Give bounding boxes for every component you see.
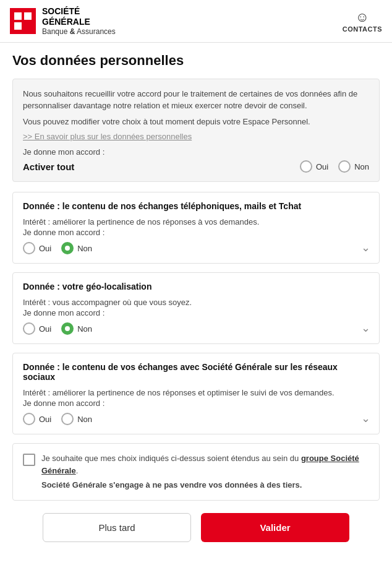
- section-0-oui[interactable]: Oui: [23, 242, 51, 254]
- section-0-non[interactable]: Non: [61, 242, 92, 254]
- activate-all-label: Activer tout: [23, 162, 74, 172]
- section-1-non-label: Non: [77, 324, 92, 334]
- activate-all-non-label: Non: [354, 162, 369, 171]
- info-box: Nous souhaitons recueillir votre accord …: [12, 79, 380, 183]
- svg-rect-2: [24, 12, 32, 20]
- section-2-oui[interactable]: Oui: [23, 413, 51, 425]
- svg-rect-3: [14, 22, 22, 30]
- contacts-button[interactable]: ☺ CONTACTS: [343, 9, 382, 33]
- activate-all-oui-radio[interactable]: [300, 160, 312, 173]
- logo-area: SOCIÉTÉGÉNÉRALE Banque & Assurances: [10, 6, 116, 36]
- section-1-non-radio[interactable]: [61, 322, 74, 335]
- info-text-2: Vous pouvez modifier votre choix à tout …: [23, 116, 369, 128]
- section-1-oui-label: Oui: [39, 324, 51, 334]
- logo-text-area: SOCIÉTÉGÉNÉRALE Banque & Assurances: [42, 6, 116, 36]
- section-0-chevron-icon[interactable]: ⌄: [361, 241, 370, 254]
- svg-rect-1: [14, 12, 22, 20]
- section-2-oui-radio[interactable]: [23, 413, 35, 425]
- contacts-icon: ☺: [356, 9, 369, 25]
- accord-label-header: Je donne mon accord :: [23, 147, 369, 157]
- section-0-non-radio[interactable]: [61, 242, 74, 254]
- section-interest-2: Intérêt : améliorer la pertinence de nos…: [23, 388, 369, 397]
- bottom-text-part2: .: [76, 466, 79, 475]
- section-card-1: Donnée : votre géo-localisation Intérêt …: [12, 272, 380, 344]
- activate-all-radio-group: Oui Non: [300, 160, 369, 173]
- activate-all-non-radio[interactable]: [338, 160, 351, 173]
- section-accord-2: Je donne mon accord :: [23, 399, 369, 408]
- bottom-checkbox-section: Je souhaite que mes choix indiqués ci-de…: [12, 443, 380, 501]
- section-title-2: Donnée : le contenu de vos échanges avec…: [23, 362, 369, 382]
- page-content: Vos données personnelles Nous souhaitons…: [0, 43, 392, 564]
- section-1-radio-group: Oui Non: [23, 322, 369, 335]
- bank-tagline: Banque & Assurances: [42, 27, 116, 36]
- page-title: Vos données personnelles: [12, 53, 380, 69]
- activate-all-oui-label: Oui: [316, 162, 328, 171]
- bottom-text: Je souhaite que mes choix indiqués ci-de…: [41, 452, 369, 491]
- extend-choices-checkbox[interactable]: [23, 454, 35, 466]
- section-0-oui-radio[interactable]: [23, 242, 35, 254]
- section-title-1: Donnée : votre géo-localisation: [23, 282, 369, 291]
- section-2-non-radio[interactable]: [61, 413, 74, 425]
- section-0-oui-label: Oui: [39, 244, 51, 253]
- section-card-2: Donnée : le contenu de vos échanges avec…: [12, 353, 380, 434]
- bottom-text-bold: Société Générale s'engage à ne pas vendr…: [41, 479, 369, 491]
- section-1-oui[interactable]: Oui: [23, 322, 51, 335]
- sg-logo: [10, 8, 36, 34]
- section-title-0: Donnée : le contenu de nos échanges télé…: [23, 201, 369, 211]
- section-0-radio-group: Oui Non: [23, 242, 369, 254]
- bottom-text-part1: Je souhaite que mes choix indiqués ci-de…: [41, 454, 301, 463]
- validate-button[interactable]: Valider: [201, 513, 349, 542]
- section-accord-0: Je donne mon accord :: [23, 228, 369, 237]
- later-button[interactable]: Plus tard: [43, 513, 191, 542]
- section-1-chevron-icon[interactable]: ⌄: [361, 321, 370, 335]
- section-2-radio-group: Oui Non: [23, 413, 369, 425]
- section-0-non-label: Non: [77, 244, 92, 253]
- section-card-0: Donnée : le contenu de nos échanges télé…: [12, 192, 380, 264]
- learn-more-link[interactable]: >> En savoir plus sur les données person…: [23, 132, 192, 141]
- activate-all-non[interactable]: Non: [338, 160, 369, 173]
- header: SOCIÉTÉGÉNÉRALE Banque & Assurances ☺ CO…: [0, 0, 392, 43]
- activate-all-row: Activer tout Oui Non: [23, 160, 369, 173]
- activate-all-oui[interactable]: Oui: [300, 160, 328, 173]
- info-text-1: Nous souhaitons recueillir votre accord …: [23, 88, 369, 112]
- section-1-oui-radio[interactable]: [23, 322, 35, 335]
- section-2-chevron-icon[interactable]: ⌄: [361, 412, 370, 425]
- section-2-oui-label: Oui: [39, 415, 51, 424]
- section-1-non[interactable]: Non: [61, 322, 92, 335]
- section-2-non-label: Non: [77, 415, 92, 424]
- section-interest-0: Intérêt : améliorer la pertinence de nos…: [23, 217, 369, 226]
- section-2-non[interactable]: Non: [61, 413, 92, 425]
- buttons-row: Plus tard Valider: [12, 513, 380, 554]
- contacts-label: CONTACTS: [343, 25, 382, 33]
- bank-name: SOCIÉTÉGÉNÉRALE: [42, 6, 116, 27]
- section-interest-1: Intérêt : vous accompagner où que vous s…: [23, 298, 369, 307]
- section-accord-1: Je donne mon accord :: [23, 308, 369, 317]
